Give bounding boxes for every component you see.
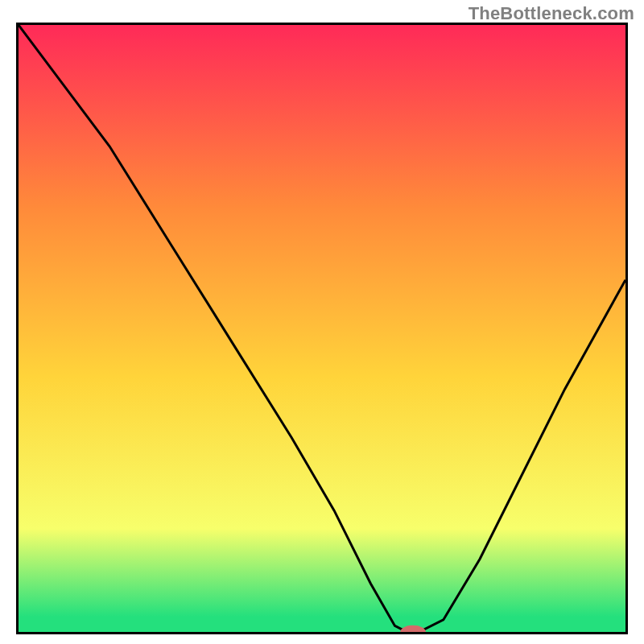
gradient-background [19,25,625,632]
chart-frame [16,23,628,634]
plot-area [19,25,625,632]
watermark-text: TheBottleneck.com [469,3,634,24]
chart-svg [19,25,625,632]
